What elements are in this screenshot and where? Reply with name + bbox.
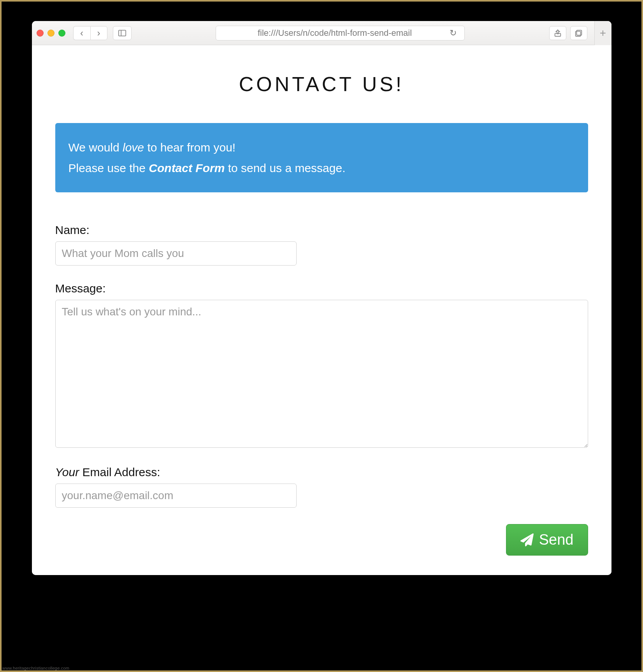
address-bar[interactable]: file:///Users/n/code/html-form-send-emai…	[216, 26, 465, 40]
share-button[interactable]	[549, 26, 566, 40]
sidebar-icon	[118, 29, 126, 37]
close-window-button[interactable]	[37, 30, 44, 37]
window-controls	[37, 30, 65, 37]
contact-form: Name: Message: Your Email Address: Sen	[55, 223, 588, 556]
back-button[interactable]: ‹	[73, 26, 90, 40]
banner-line-1: We would love to hear from you!	[69, 139, 575, 156]
url-text: file:///Users/n/code/html-form-send-emai…	[224, 28, 446, 38]
name-input[interactable]	[55, 241, 297, 266]
page-content: CONTACT US! We would love to hear from y…	[32, 45, 611, 575]
svg-rect-0	[118, 30, 125, 36]
banner-strong: Contact Form	[149, 162, 225, 174]
chevron-right-icon: ›	[97, 28, 100, 39]
banner-text: We would	[69, 141, 123, 154]
form-actions: Send	[55, 524, 588, 556]
message-label: Message:	[55, 282, 588, 295]
email-label: Your Email Address:	[55, 466, 588, 479]
forward-button[interactable]: ›	[90, 26, 107, 40]
plus-icon: +	[600, 27, 606, 39]
banner-em: love	[123, 141, 144, 154]
banner-text: Please use the	[69, 162, 149, 174]
banner-text: to hear from you!	[144, 141, 235, 154]
email-label-rest: Email Address:	[79, 466, 160, 478]
name-field: Name:	[55, 223, 588, 266]
page-title: CONTACT US!	[55, 72, 588, 96]
email-input[interactable]	[55, 484, 297, 508]
send-button-label: Send	[539, 531, 574, 548]
share-icon	[553, 29, 562, 37]
reload-icon[interactable]: ↻	[450, 28, 457, 38]
sidebar-toggle-button[interactable]	[113, 26, 132, 40]
send-button[interactable]: Send	[506, 524, 588, 556]
email-label-em: Your	[55, 466, 79, 478]
browser-toolbar: ‹ › file:///Users/n/code/html-form-send-…	[32, 21, 611, 45]
tabs-button[interactable]	[570, 26, 587, 40]
banner-line-2: Please use the Contact Form to send us a…	[69, 159, 575, 177]
nav-buttons: ‹ ›	[73, 26, 107, 40]
banner-text: to send us a message.	[225, 162, 345, 174]
toolbar-right	[549, 26, 587, 40]
new-tab-button[interactable]: +	[594, 21, 611, 45]
minimize-window-button[interactable]	[47, 30, 54, 37]
browser-window: ‹ › file:///Users/n/code/html-form-send-…	[32, 21, 611, 575]
email-field: Your Email Address:	[55, 466, 588, 508]
tabs-icon	[574, 29, 583, 37]
paper-plane-icon	[520, 533, 534, 547]
watermark-text: www.heritagechristiancollege.com	[2, 666, 69, 670]
zoom-window-button[interactable]	[58, 30, 65, 37]
info-banner: We would love to hear from you! Please u…	[55, 123, 588, 192]
message-field: Message:	[55, 282, 588, 449]
message-textarea[interactable]	[55, 300, 588, 448]
chevron-left-icon: ‹	[80, 28, 83, 39]
name-label: Name:	[55, 223, 588, 237]
